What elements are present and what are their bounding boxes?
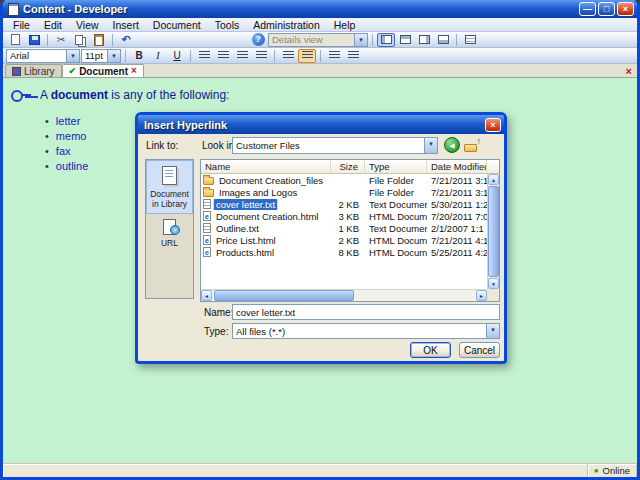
scrollbar-thumb[interactable] [488,186,499,277]
scroll-right-icon[interactable]: ► [476,290,487,301]
italic-button[interactable]: I [149,49,167,63]
file-row[interactable]: cover letter.txt2 KBText Document5/30/20… [201,198,487,210]
table-button[interactable] [461,33,479,47]
intro-prefix: A [40,88,51,102]
toolbar-separator [47,34,48,46]
horizontal-scrollbar[interactable]: ◄ ► [201,289,487,301]
cut-button[interactable]: ✂ [52,33,70,47]
file-list-header: NameSizeTypeDate Modified [201,160,499,174]
file-modified: 5/30/2011 1:2 [427,199,487,210]
scroll-up-icon[interactable]: ▲ [488,174,499,185]
layout-grid-button[interactable] [434,33,452,47]
outdent-button[interactable] [325,49,343,63]
layout-split-vertical-button[interactable] [415,33,433,47]
layout-single-icon [381,35,392,44]
paste-button[interactable] [90,33,108,47]
align-left-icon [199,51,210,60]
look-in-combobox[interactable]: Customer Files ▼ [232,137,438,154]
menu-item-edit[interactable]: Edit [38,19,68,31]
font-size-value: 11pt [82,50,107,61]
toolbar-separator [320,50,321,62]
view-mode-combobox[interactable]: Details view ▼ [268,33,368,47]
new-document-button[interactable] [6,33,24,47]
type-combobox[interactable]: All files (*.*) ▼ [232,323,500,339]
align-justify-button[interactable] [252,49,270,63]
indent-button[interactable] [344,49,362,63]
align-center-button[interactable] [214,49,232,63]
scroll-left-icon[interactable]: ◄ [201,290,212,301]
help-button[interactable]: ? [249,33,267,47]
file-row[interactable]: Products.html8 KBHTML Document5/25/2011 … [201,246,487,258]
place-url[interactable]: URL [146,214,193,252]
file-name: Images and Logos [217,187,299,198]
underline-icon: U [169,50,185,61]
layout-split-horizontal-icon [400,35,411,44]
file-type: HTML Document [365,211,427,222]
title-bar[interactable]: Content - Developer — □ × [3,0,637,18]
dialog-close-button[interactable]: × [485,118,501,132]
layout-split-horizontal-button[interactable] [396,33,414,47]
file-row[interactable]: Document Creation_filesFile Folder7/21/2… [201,174,487,186]
look-in-value: Customer Files [233,140,424,151]
close-document-button[interactable]: × [621,65,637,77]
file-type: Text Document [365,199,427,210]
cancel-button[interactable]: Cancel [459,342,500,358]
maximize-button[interactable]: □ [598,2,615,16]
column-header-type[interactable]: Type [365,160,427,173]
menu-item-view[interactable]: View [70,19,105,31]
file-row[interactable]: Images and LogosFile Folder7/21/2011 3:1 [201,186,487,198]
bullet-list-button[interactable] [298,49,316,63]
bold-button[interactable]: B [130,49,148,63]
menu-bar: FileEditViewInsertDocumentToolsAdministr… [3,18,637,32]
toolbar-separator [190,50,191,62]
vertical-scrollbar[interactable]: ▲ ▼ [487,174,499,289]
file-type: File Folder [365,187,427,198]
places-bar: Document in LibraryURL [145,159,194,299]
file-row[interactable]: Outline.txt1 KBText Document2/1/2007 1:1 [201,222,487,234]
intro-text: A document is any of the following: [40,88,229,102]
column-header-date-modified[interactable]: Date Modified [427,160,487,173]
menu-item-help[interactable]: Help [328,19,362,31]
menu-item-file[interactable]: File [7,19,36,31]
column-header-name[interactable]: Name [201,160,331,173]
underline-button[interactable]: U [168,49,186,63]
copy-button[interactable] [71,33,89,47]
menu-item-document[interactable]: Document [147,19,207,31]
folder-file-icon [203,189,214,197]
chevron-down-icon: ▼ [354,34,367,46]
tab-document[interactable]: ✔ Document × [62,64,144,77]
file-modified: 2/1/2007 1:1 [427,223,487,234]
close-tab-icon[interactable]: × [131,66,137,76]
font-size-combobox[interactable]: 11pt ▼ [81,49,121,63]
file-row[interactable]: Price List.html2 KBHTML Document7/21/201… [201,234,487,246]
save-button[interactable] [25,33,43,47]
undo-button[interactable]: ↶ [117,33,135,47]
font-name-combobox[interactable]: Arial ▼ [6,49,80,63]
menu-item-insert[interactable]: Insert [107,19,145,31]
scrollbar-thumb[interactable] [214,290,354,301]
minimize-button[interactable]: — [579,2,596,16]
file-row[interactable]: Document Creation.html3 KBHTML Document7… [201,210,487,222]
scroll-down-icon[interactable]: ▼ [488,278,499,289]
layout-split-vertical-icon [419,35,430,44]
close-button[interactable]: × [617,2,634,16]
column-header-size[interactable]: Size [331,160,365,173]
name-input[interactable] [232,304,500,320]
place-document-in-library[interactable]: Document in Library [146,160,193,214]
menu-item-tools[interactable]: Tools [209,19,246,31]
ok-button[interactable]: OK [410,342,451,358]
intro-bold-word: document [51,88,108,102]
file-size: 2 KB [331,235,365,246]
numbered-list-button[interactable] [279,49,297,63]
up-one-level-button[interactable]: ↑ [464,137,481,153]
back-button[interactable]: ◀ [444,137,460,153]
menu-item-administration[interactable]: Administration [247,19,326,31]
align-right-button[interactable] [233,49,251,63]
window-title: Content - Developer [23,3,575,15]
align-left-button[interactable] [195,49,213,63]
layout-single-button[interactable] [377,33,395,47]
new-document-icon [11,34,20,45]
font-name-value: Arial [7,50,66,61]
dialog-title-bar[interactable]: Insert Hyperlink × [138,115,504,134]
tab-library[interactable]: Library [5,64,62,77]
